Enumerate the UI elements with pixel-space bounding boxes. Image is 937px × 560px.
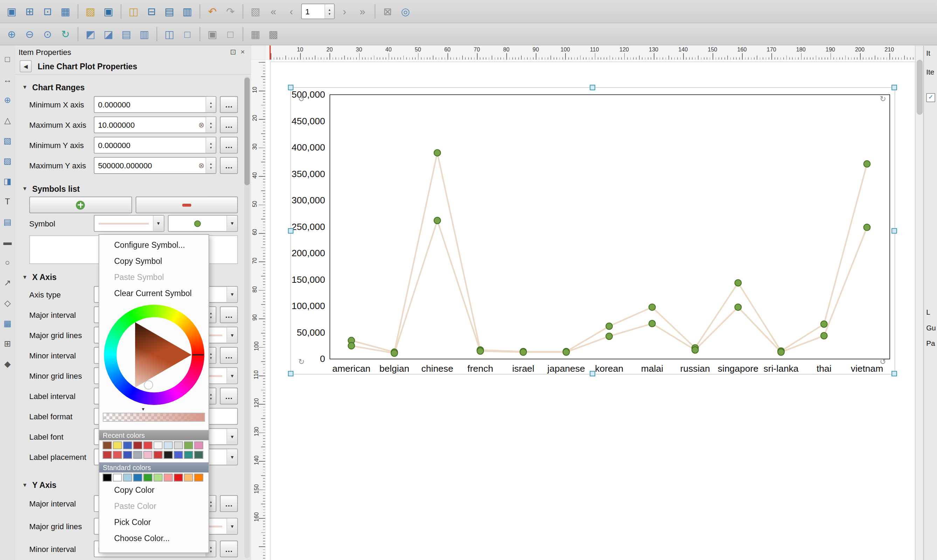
add-map-icon[interactable]: ▧ — [1, 134, 14, 146]
section-symbols-list[interactable]: ▼ Symbols list — [22, 182, 238, 196]
add-3d-map-icon[interactable]: ▨ — [1, 154, 14, 166]
save-layout-icon[interactable]: ▣ — [100, 3, 117, 19]
menu-item-pick-color[interactable]: Pick Color — [99, 514, 208, 530]
export-svg-icon[interactable]: ▥ — [179, 3, 196, 19]
value-input[interactable]: 0.000000▴▾ — [94, 137, 216, 154]
clear-value-icon[interactable]: ⊗ — [198, 162, 204, 170]
rotate-item-icon[interactable]: ↺ — [880, 357, 886, 366]
save-project-icon[interactable]: ▣ — [3, 3, 20, 19]
color-swatch[interactable] — [123, 442, 133, 449]
distribute-items-icon[interactable]: ▥ — [136, 26, 152, 42]
spin-arrows-icon[interactable]: ▴▾ — [325, 4, 334, 18]
selection-handle[interactable] — [590, 85, 595, 90]
symbol-marker-dropdown[interactable]: ▾ — [168, 215, 238, 232]
value-input[interactable]: 0.000000▴▾ — [94, 96, 216, 113]
float-panel-icon[interactable]: ⊡ — [228, 47, 238, 57]
color-swatch[interactable] — [154, 442, 163, 449]
color-swatch[interactable] — [123, 474, 133, 481]
back-button[interactable]: ◀ — [20, 60, 31, 72]
spin-arrows-icon[interactable]: ▴▾ — [205, 97, 216, 112]
previous-feature-icon[interactable]: ‹ — [283, 3, 299, 19]
color-swatch[interactable] — [133, 451, 142, 459]
data-defined-button[interactable]: … — [220, 117, 238, 133]
atlas-preview-icon[interactable]: ▧ — [248, 3, 264, 19]
data-defined-button[interactable]: … — [220, 347, 238, 364]
selection-handle[interactable] — [891, 371, 897, 376]
color-swatch[interactable] — [123, 451, 133, 459]
add-image-icon[interactable]: ◨ — [1, 174, 14, 187]
add-arrow-icon[interactable]: ↗ — [1, 276, 14, 288]
refresh-view-icon[interactable]: ↻ — [57, 26, 74, 42]
zoom-tool-icon[interactable]: ⊕ — [1, 93, 14, 106]
rotate-item-icon[interactable]: ↻ — [298, 357, 305, 366]
color-swatch[interactable] — [154, 474, 163, 481]
selection-handle[interactable] — [288, 228, 293, 233]
first-feature-icon[interactable]: « — [265, 3, 282, 19]
color-swatch[interactable] — [194, 451, 203, 459]
zoom-full-icon[interactable]: ⊙ — [40, 26, 55, 42]
redo-icon[interactable]: ↷ — [222, 3, 239, 19]
menu-item-copy-color[interactable]: Copy Color — [99, 482, 208, 498]
menu-item-configure-symbol[interactable]: Configure Symbol... — [99, 237, 208, 254]
layout-canvas[interactable]: 050,000100,000150,000200,000250,000300,0… — [265, 60, 915, 560]
export-pdf-icon[interactable]: ▤ — [162, 3, 177, 19]
add-symbol-button[interactable] — [29, 196, 132, 213]
menu-item-clear-current-symbol[interactable]: Clear Current Symbol — [99, 286, 208, 302]
rotate-item-icon[interactable]: ↺ — [298, 94, 305, 104]
color-swatch[interactable] — [174, 474, 183, 481]
data-defined-button[interactable]: … — [220, 137, 238, 154]
duplicate-layout-icon[interactable]: ⊡ — [40, 3, 55, 19]
atlas-settings-icon[interactable]: ⊠ — [379, 3, 396, 19]
color-swatch[interactable] — [164, 451, 173, 459]
color-swatch[interactable] — [103, 442, 112, 449]
raise-items-icon[interactable]: ◩ — [83, 26, 99, 42]
move-content-icon[interactable]: ↔ — [1, 73, 14, 85]
lower-items-icon[interactable]: ◪ — [100, 26, 117, 42]
scrollbar-thumb[interactable] — [244, 78, 250, 185]
color-swatch[interactable] — [174, 442, 183, 449]
spin-arrows-icon[interactable]: ▴▾ — [205, 138, 216, 153]
zoom-preview-icon[interactable]: ◎ — [398, 3, 413, 19]
opacity-bar[interactable] — [103, 413, 205, 422]
canvas-vertical-scrollbar[interactable] — [915, 46, 924, 560]
color-swatch[interactable] — [113, 451, 122, 459]
last-feature-icon[interactable]: » — [354, 3, 370, 19]
layout-manager-icon[interactable]: ▦ — [57, 3, 74, 19]
remove-symbol-button[interactable] — [136, 196, 238, 213]
spin-arrows-icon[interactable]: ▴▾ — [205, 117, 216, 132]
color-swatch[interactable] — [184, 442, 193, 449]
new-layout-icon[interactable]: ⊞ — [22, 3, 37, 19]
spin-arrows-icon[interactable]: ▴▾ — [205, 158, 216, 173]
zoom-out-icon[interactable]: ⊖ — [22, 26, 37, 42]
chart-item-selection[interactable] — [290, 87, 895, 374]
color-swatch[interactable] — [143, 451, 153, 459]
color-swatch[interactable] — [174, 451, 183, 459]
show-guides-icon[interactable]: ▩ — [265, 26, 282, 42]
data-defined-button[interactable]: … — [220, 306, 238, 323]
color-swatch[interactable] — [103, 451, 112, 459]
data-defined-button[interactable]: … — [220, 157, 238, 174]
group-items-icon[interactable]: ◫ — [162, 26, 177, 42]
clear-value-icon[interactable]: ⊗ — [198, 121, 204, 129]
color-swatch[interactable] — [184, 474, 193, 481]
value-input[interactable]: 10.000000⊗▴▾ — [94, 117, 216, 133]
selection-handle[interactable] — [891, 228, 897, 233]
edit-nodes-icon[interactable]: △ — [1, 114, 14, 126]
color-swatch[interactable] — [194, 474, 203, 481]
export-image-icon[interactable]: ◫ — [125, 3, 142, 19]
show-grid-icon[interactable]: ▦ — [248, 26, 264, 42]
selection-handle[interactable] — [288, 85, 293, 90]
color-swatch[interactable] — [143, 474, 153, 481]
select-move-item-icon[interactable]: □ — [1, 52, 14, 65]
menu-item-copy-symbol[interactable]: Copy Symbol — [99, 254, 208, 269]
add-node-shape-icon[interactable]: ◇ — [1, 296, 14, 309]
color-swatch[interactable] — [113, 442, 122, 449]
data-defined-button[interactable]: … — [220, 96, 238, 113]
color-wheel[interactable] — [104, 305, 204, 405]
add-html-icon[interactable]: ⊞ — [1, 337, 14, 350]
lock-items-icon[interactable]: ▣ — [205, 26, 220, 42]
color-swatch[interactable] — [164, 474, 173, 481]
color-swatch[interactable] — [154, 451, 163, 459]
visibility-checkbox[interactable]: ✓ — [926, 93, 935, 102]
color-swatch[interactable] — [133, 442, 142, 449]
